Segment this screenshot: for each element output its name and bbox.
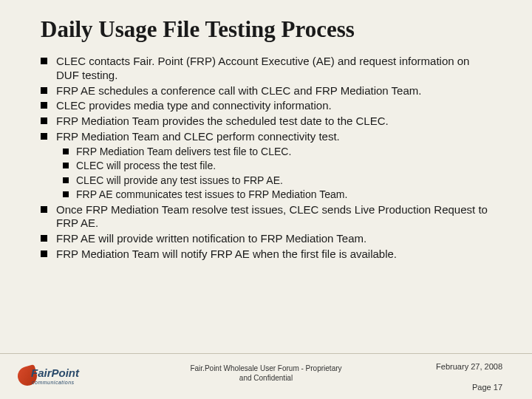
bullet-text: Once FRP Mediation Team resolve test iss… [56, 203, 491, 231]
square-bullet-icon [63, 163, 69, 168]
footer: FairPoint communications Fair.Point Whol… [0, 353, 532, 399]
square-bullet-icon [41, 58, 47, 64]
footer-date: February 27, 2008 [436, 362, 502, 371]
sub-bullet-item: FRP AE communicates test issues to FRP M… [63, 188, 491, 202]
sub-bullet-item: CLEC will provide any test issues to FRP… [63, 174, 491, 188]
bullet-item: FRP Mediation Team and CLEC perform conn… [41, 130, 491, 144]
footer-line2: and Confidential [239, 374, 293, 382]
sub-bullet-item: CLEC will process the test file. [63, 160, 491, 173]
footer-divider [0, 353, 532, 354]
bullet-item: FRP AE schedules a conference call with … [41, 84, 491, 98]
square-bullet-icon [41, 250, 47, 257]
square-bullet-icon [41, 117, 47, 124]
bullet-text: FRP Mediation Team and CLEC perform conn… [56, 130, 340, 144]
bullet-text: FRP AE schedules a conference call with … [56, 84, 421, 98]
footer-page-number: Page 17 [472, 383, 502, 392]
bullet-text: CLEC will process the test file. [76, 160, 216, 173]
bullet-item: FRP Mediation Team provides the schedule… [41, 115, 491, 129]
square-bullet-icon [63, 149, 69, 154]
bullet-text: FRP Mediation Team provides the schedule… [56, 115, 389, 129]
bullet-text: CLEC provides media type and connectivit… [56, 99, 332, 113]
square-bullet-icon [41, 102, 47, 109]
square-bullet-icon [41, 87, 47, 94]
square-bullet-icon [41, 206, 47, 213]
square-bullet-icon [63, 191, 69, 197]
slide-title: Daily Usage File Testing Process [0, 0, 532, 49]
bullet-text: FRP AE will provide written notification… [56, 232, 366, 246]
bullet-text: FRP Mediation Team delivers test file to… [76, 146, 291, 159]
footer-line1: Fair.Point Wholesale User Forum - Propri… [190, 364, 341, 372]
square-bullet-icon [41, 235, 47, 242]
bullet-item: CLEC provides media type and connectivit… [41, 99, 491, 113]
square-bullet-icon [41, 133, 47, 140]
bullet-text: FRP Mediation Team will notify FRP AE wh… [56, 248, 397, 262]
square-bullet-icon [63, 177, 69, 183]
bullet-item: Once FRP Mediation Team resolve test iss… [41, 203, 491, 231]
bullet-item: CLEC contacts Fair. Point (FRP) Account … [41, 55, 491, 83]
bullet-item: FRP AE will provide written notification… [41, 232, 491, 246]
sub-bullet-item: FRP Mediation Team delivers test file to… [63, 146, 491, 159]
bullet-text: FRP AE communicates test issues to FRP M… [76, 188, 347, 202]
bullet-item: FRP Mediation Team will notify FRP AE wh… [41, 248, 491, 262]
bullet-text: CLEC contacts Fair. Point (FRP) Account … [56, 55, 491, 83]
slide: Daily Usage File Testing Process CLEC co… [0, 0, 532, 399]
bullet-text: CLEC will provide any test issues to FRP… [76, 174, 283, 188]
content-area: CLEC contacts Fair. Point (FRP) Account … [0, 49, 532, 262]
